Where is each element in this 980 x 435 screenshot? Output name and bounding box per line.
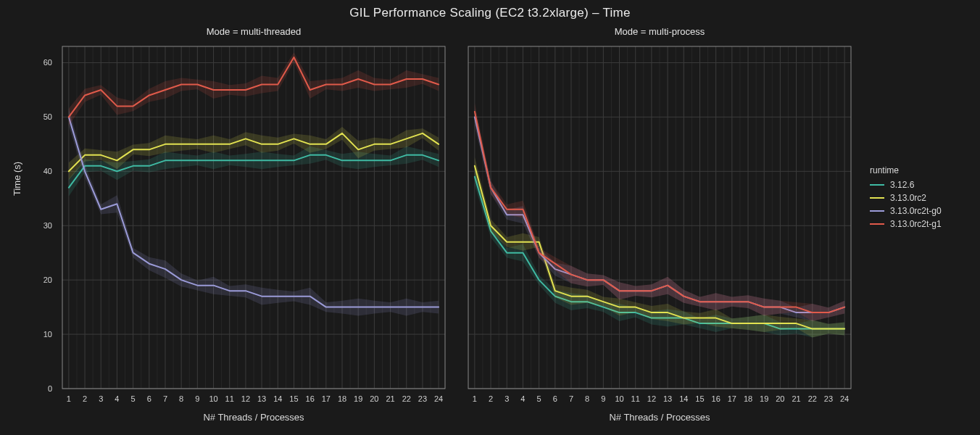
legend-item: 3.13.0rc2t-g0 [870,206,942,216]
x-tick: 11 [631,394,640,403]
x-tick: 23 [418,394,427,403]
legend-label: 3.13.0rc2t-g1 [890,219,942,229]
x-tick: 9 [195,394,199,403]
x-axis-label-mp: N# Threads / Processes [464,412,855,423]
legend-swatch [870,184,884,186]
x-tick: 1 [473,394,477,403]
y-tick-zone: 0102030405060 [29,44,55,392]
x-tick: 18 [338,394,346,403]
x-tick: 21 [792,394,800,403]
x-tick: 11 [225,394,234,403]
x-tick: 7 [569,394,573,403]
legend-swatch [870,197,884,199]
subtitle-mp: Mode = multi-process [464,26,855,37]
legend-swatch [870,223,884,225]
y-tick: 60 [29,58,52,67]
x-tick: 19 [354,394,362,403]
x-tick: 3 [504,394,509,403]
y-tick: 0 [29,384,52,393]
x-tick: 6 [553,394,557,403]
x-tick: 2 [83,394,87,403]
legend: runtime 3.12.63.13.0rc23.13.0rc2t-g03.13… [870,165,942,232]
legend-item: 3.13.0rc2 [870,193,942,203]
x-tick: 6 [147,394,151,403]
x-tick: 2 [489,394,493,403]
x-tick: 14 [273,394,282,403]
x-tick: 14 [679,394,688,403]
legend-swatch [870,210,884,212]
x-tick: 23 [824,394,833,403]
x-tick: 22 [402,394,411,403]
x-tick: 8 [179,394,183,403]
panel-multi-threaded [58,44,449,392]
x-tick: 10 [209,394,217,403]
legend-item: 3.12.6 [870,180,942,190]
x-tick: 16 [712,394,721,403]
y-tick: 40 [29,167,52,175]
x-tick: 18 [744,394,752,403]
x-tick: 5 [537,394,541,403]
subtitle-mt: Mode = multi-threaded [58,26,449,37]
x-tick: 15 [695,394,704,403]
legend-label: 3.13.0rc2t-g0 [890,206,942,216]
x-tick: 13 [257,394,266,403]
y-tick: 50 [29,112,52,121]
x-tick: 20 [370,394,378,403]
x-tick: 4 [115,394,119,403]
x-tick-zone-mt: 123456789101112131415161718192021222324 [58,394,449,409]
x-tick: 24 [434,394,443,403]
legend-title: runtime [870,165,942,175]
y-axis-label: Time (s) [12,162,22,196]
x-tick: 16 [306,394,315,403]
x-tick: 24 [840,394,849,403]
x-tick: 1 [67,394,71,403]
legend-label: 3.13.0rc2 [890,193,926,203]
x-tick: 22 [808,394,817,403]
x-axis-label-mt: N# Threads / Processes [58,412,449,423]
x-tick: 10 [615,394,623,403]
x-tick: 8 [585,394,589,403]
y-tick: 30 [29,221,52,230]
x-tick: 20 [776,394,784,403]
x-tick-zone-mp: 123456789101112131415161718192021222324 [464,394,855,409]
panel-multi-process [464,44,855,392]
suptitle: GIL Performance Scaling (EC2 t3.2xlarge)… [0,6,980,20]
x-tick: 15 [289,394,298,403]
x-tick: 12 [241,394,250,403]
figure: GIL Performance Scaling (EC2 t3.2xlarge)… [0,0,980,435]
x-tick: 5 [131,394,136,403]
x-tick: 9 [601,394,605,403]
x-tick: 3 [99,394,103,403]
x-tick: 17 [322,394,331,403]
x-tick: 4 [520,394,525,403]
y-tick: 10 [29,330,52,339]
x-tick: 7 [163,394,167,403]
x-tick: 12 [647,394,656,403]
x-tick: 17 [728,394,736,403]
y-tick: 20 [29,276,52,284]
x-tick: 19 [760,394,768,403]
x-tick: 21 [386,394,394,403]
x-tick: 13 [663,394,672,403]
legend-label: 3.12.6 [890,180,914,190]
legend-item: 3.13.0rc2t-g1 [870,219,942,229]
